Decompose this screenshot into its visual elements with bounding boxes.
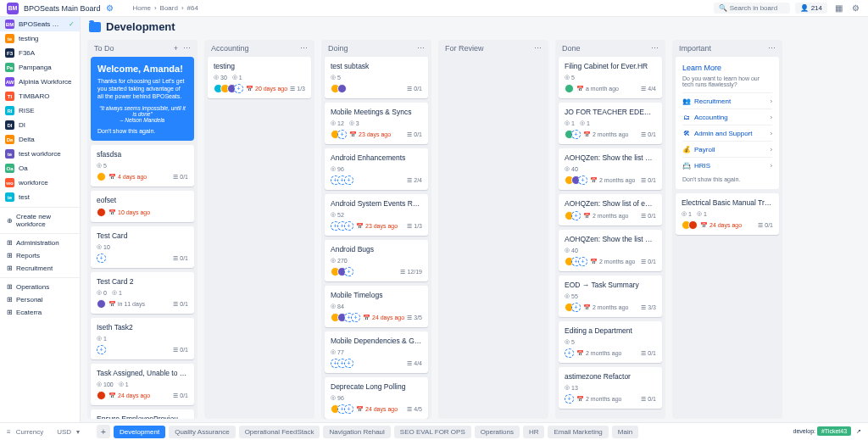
task-card[interactable]: astimezone Refactor◎ 13+📅2 months ago☰0/…	[559, 367, 662, 409]
workspace-logo[interactable]: BM	[7, 3, 19, 14]
task-card[interactable]: Iseth Task2◎ 1+☰0/1	[91, 318, 194, 359]
sidebar-item-test-workforce[interactable]: tetest workforce	[0, 147, 80, 161]
currency-value[interactable]: USD	[57, 428, 71, 436]
admin-link-reports[interactable]: ⊞Reports	[0, 249, 80, 262]
task-card[interactable]: Test Card◎ 10+☰0/1	[91, 226, 194, 268]
column-title[interactable]: For Review	[445, 44, 484, 53]
sidebar-item-pampanga[interactable]: PaPampanga	[0, 60, 80, 75]
task-card[interactable]: Editing a Department◎ 5+📅2 months ago☰0/…	[559, 321, 662, 363]
add-assignee-icon[interactable]: +	[578, 175, 587, 185]
more-icon[interactable]: ⋯	[417, 44, 425, 53]
avatar[interactable]	[97, 172, 106, 181]
personal-link-operations[interactable]: ⊞Operations	[0, 281, 80, 293]
add-assignee-icon[interactable]: +	[344, 404, 353, 414]
add-assignee-icon[interactable]: +	[565, 348, 574, 358]
chevron-down-icon[interactable]: ▾	[76, 428, 80, 436]
task-card[interactable]: AOHQZen: Show the list of accountabiliti…	[559, 230, 662, 271]
add-assignee-icon[interactable]: +	[97, 253, 106, 263]
task-card[interactable]: AOHQZen: Show the list of accountabiliti…	[559, 148, 662, 190]
tab-email-marketing[interactable]: Email Marketing	[548, 426, 608, 438]
sidebar-item-timbaro[interactable]: TITIMBARO	[0, 89, 80, 103]
personal-link-ecaterra[interactable]: ⊞Ecaterra	[0, 306, 80, 319]
sidebar-item-oa[interactable]: OaOa	[0, 161, 80, 175]
more-icon[interactable]: ⋯	[651, 44, 659, 53]
dismiss-link[interactable]: Don't show this again.	[97, 128, 187, 134]
avatar[interactable]	[337, 84, 347, 93]
task-card[interactable]: Task Assigned, Unable to Find◎ 100◎ 1📅24…	[91, 364, 194, 405]
sidebar-item-f36a[interactable]: F3F36A	[0, 46, 80, 60]
add-assignee-icon[interactable]: +	[565, 394, 574, 404]
learn-cat-admin-and-support[interactable]: 🛠Admin and Support›	[682, 125, 772, 141]
sidebar-item-rise[interactable]: RIRISE	[0, 103, 80, 118]
add-section-button[interactable]: +	[97, 425, 110, 438]
add-card-icon[interactable]: +	[174, 44, 178, 53]
admin-link-recruitment[interactable]: ⊞Recruitment	[0, 262, 80, 275]
learn-cat-accounting[interactable]: 🗂Accounting›	[682, 109, 772, 125]
learn-cat-hris[interactable]: 📇HRIS›	[682, 157, 772, 173]
task-card[interactable]: EOD → Task Summary◎ 55+📅2 months ago☰3/3	[559, 276, 662, 317]
sidebar-item-di[interactable]: DIDI	[0, 118, 80, 132]
add-assignee-icon[interactable]: +	[344, 359, 353, 368]
settings-icon[interactable]: ⚙	[849, 3, 861, 14]
task-card[interactable]: Deprecate Long Polling◎ 96++📅24 days ago…	[325, 377, 428, 419]
tab-navigation-rehaul[interactable]: Navigation Rehaul	[323, 426, 390, 438]
sidebar-item-alpinia-workforce[interactable]: AWAlpinia Workforce	[0, 75, 80, 89]
personal-link-personal[interactable]: ⊞Personal	[0, 293, 80, 306]
add-assignee-icon[interactable]: +	[571, 303, 581, 312]
add-assignee-icon[interactable]: +	[571, 211, 581, 220]
dismiss-link[interactable]: Don't show this again.	[682, 176, 772, 182]
task-card[interactable]: eofset📅10 days ago	[91, 191, 194, 222]
sidebar-item-workforce[interactable]: woworkforce	[0, 175, 80, 190]
breadcrumb-board[interactable]: Board	[160, 4, 178, 12]
task-card[interactable]: Filing Cabinet for Ever.HR◎ 5📅a month ag…	[559, 57, 662, 98]
breadcrumb-id[interactable]: #64	[187, 4, 198, 12]
task-card[interactable]: Android Bugs◎ 270+☰12/19	[325, 240, 428, 281]
add-assignee-icon[interactable]: +	[578, 257, 587, 266]
admin-link-administration[interactable]: ⊞Administration	[0, 237, 80, 249]
task-card[interactable]: Mobile Dependencies & Gradle Upgrades◎ 7…	[325, 331, 428, 373]
add-assignee-icon[interactable]: +	[344, 175, 353, 185]
grid-view-icon[interactable]: ▦	[832, 3, 844, 14]
breadcrumb-home[interactable]: Home	[133, 4, 151, 12]
task-card[interactable]: Ensure EmployeePreviousPayrollTable on E…	[91, 409, 194, 419]
avatar[interactable]	[97, 299, 106, 309]
avatar[interactable]	[97, 391, 106, 400]
column-title[interactable]: Important	[679, 44, 711, 53]
member-count[interactable]: 👤 214	[795, 3, 827, 14]
learn-cat-payroll[interactable]: 💰Payroll›	[682, 141, 772, 157]
more-icon[interactable]: ⋯	[534, 44, 542, 53]
add-assignee-icon[interactable]: +	[337, 130, 347, 139]
column-title[interactable]: Done	[562, 44, 581, 53]
add-assignee-icon[interactable]: +	[234, 84, 243, 93]
task-card[interactable]: Mobile Meetings & Syncs◎ 12◎ 3+📅23 days …	[325, 103, 428, 144]
task-card[interactable]: Android System Events Response◎ 52+++📅23…	[325, 194, 428, 236]
task-card[interactable]: Electrical Basic Manual Troubleshooting …	[676, 193, 779, 235]
avatar[interactable]	[97, 208, 106, 217]
dropdown-icon[interactable]: ⚙	[104, 3, 116, 14]
sidebar-item-testing[interactable]: tetesting	[0, 31, 80, 46]
task-card[interactable]: testing◎ 30◎ 1+📅20 days ago☰1/3	[208, 57, 311, 98]
add-assignee-icon[interactable]: +	[344, 221, 353, 231]
task-card[interactable]: Test Card 2◎ 0◎ 1📅in 11 days☰0/1	[91, 272, 194, 314]
task-card[interactable]: Mobile Timelogs◎ 84++📅24 days ago☰3/5	[325, 286, 428, 327]
task-card[interactable]: AOHQZen: Show list of employees on accou…	[559, 194, 662, 226]
sidebar-item-test[interactable]: tetest	[0, 190, 80, 204]
task-card[interactable]: JO FOR TEACHER EDEN (SAMPLE)◎ 1◎ 1+📅2 mo…	[559, 103, 662, 144]
tab-main[interactable]: Main	[612, 426, 638, 438]
tab-development[interactable]: Development	[114, 426, 165, 438]
tab-operations[interactable]: Operations	[475, 426, 520, 438]
task-card[interactable]: sfasdsa◎ 5📅4 days ago☰0/1	[91, 145, 194, 187]
column-title[interactable]: Accounting	[211, 44, 249, 53]
board-name[interactable]: BPOSeats Main Board	[24, 4, 101, 13]
avatar[interactable]	[565, 84, 574, 93]
sidebar-item-delta[interactable]: DeDelta	[0, 132, 80, 147]
learn-cat-recruitment[interactable]: 👥Recruitment›	[682, 92, 772, 109]
add-assignee-icon[interactable]: +	[344, 267, 353, 276]
external-link-icon[interactable]: ↗	[856, 428, 861, 434]
sidebar-item-bposeats-main-board[interactable]: BMBPOSeats Main Board✓	[0, 17, 80, 31]
more-icon[interactable]: ⋯	[183, 44, 191, 53]
page-title[interactable]: Development	[106, 20, 175, 33]
ticket-badge[interactable]: #Ticket43	[817, 426, 851, 436]
tab-operational-feedstack[interactable]: Operational FeedStack	[239, 426, 320, 438]
add-assignee-icon[interactable]: +	[97, 345, 106, 354]
